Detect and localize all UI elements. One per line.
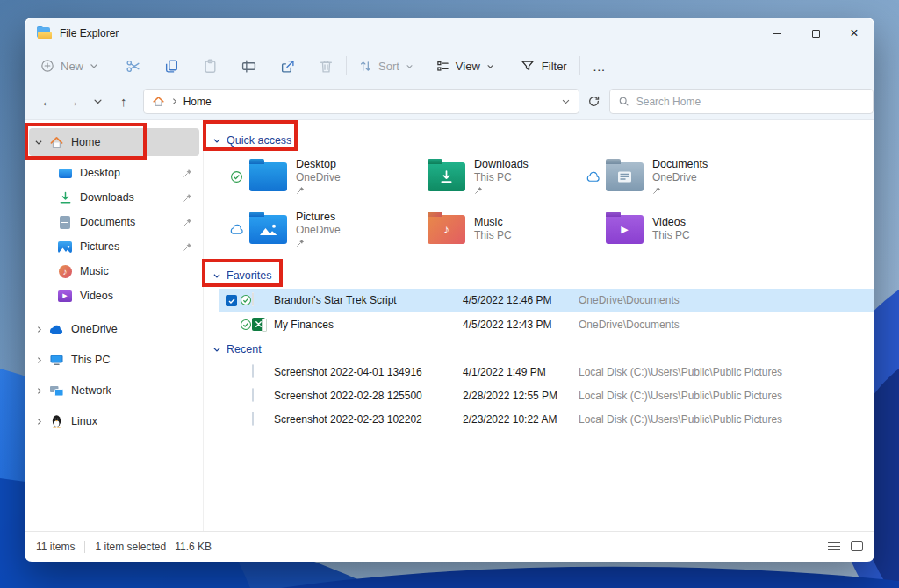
forward-button[interactable]: → xyxy=(66,94,80,109)
plus-circle-icon xyxy=(40,59,54,73)
breadcrumb-bar[interactable]: Home xyxy=(143,89,579,114)
file-explorer-icon xyxy=(37,27,52,39)
chevron-right-icon[interactable] xyxy=(29,418,48,426)
chevron-down-icon xyxy=(93,97,103,106)
excel-file-icon xyxy=(252,318,265,331)
quick-access-grid: Desktop OneDrive Downloads This PC Doc xyxy=(227,152,761,254)
file-row[interactable]: My Finances 4/5/2022 12:43 PM OneDrive\D… xyxy=(219,313,874,337)
chevron-down-icon xyxy=(486,62,494,70)
up-button[interactable]: ↑ xyxy=(117,94,131,109)
toolbar-divider xyxy=(579,56,580,75)
sort-button[interactable]: Sort xyxy=(359,60,414,73)
sidebar-item-label: Home xyxy=(71,136,100,148)
favorites-header[interactable]: Favorites xyxy=(212,268,271,283)
image-file-icon xyxy=(252,412,254,425)
pin-icon xyxy=(183,218,192,227)
checkbox-checked-icon[interactable] xyxy=(226,295,237,306)
scissors-icon xyxy=(126,59,140,74)
folder-icon: ♪ xyxy=(428,215,465,244)
chevron-right-icon[interactable] xyxy=(29,326,48,333)
recent-header[interactable]: Recent xyxy=(212,341,262,356)
large-icons-view-button[interactable] xyxy=(851,541,863,551)
rename-button[interactable] xyxy=(241,59,256,74)
music-icon: ♪ xyxy=(57,264,73,279)
details-view-button[interactable] xyxy=(828,542,840,551)
sidebar-item-downloads[interactable]: Downloads xyxy=(29,185,199,210)
view-button[interactable]: View xyxy=(436,60,494,73)
sidebar-item-documents[interactable]: Documents xyxy=(29,210,199,234)
ellipsis-icon: … xyxy=(593,59,607,74)
command-toolbar: New Sort View Filter … xyxy=(25,48,874,83)
chevron-down-icon xyxy=(212,271,221,280)
clipboard-icon xyxy=(203,59,218,74)
file-row[interactable]: Screenshot 2022-02-28 125500 2/28/2022 1… xyxy=(219,384,874,408)
linux-penguin-icon xyxy=(48,414,64,429)
navigation-pane: Home Desktop Downloads Documents Picture… xyxy=(25,120,203,531)
filter-label: Filter xyxy=(542,60,567,73)
search-box[interactable] xyxy=(609,89,874,114)
desktop-icon xyxy=(57,166,73,181)
pin-icon xyxy=(474,186,529,195)
maximize-button[interactable] xyxy=(796,18,835,48)
sidebar-item-onedrive[interactable]: OneDrive xyxy=(29,315,199,343)
new-button[interactable]: New xyxy=(40,59,98,73)
search-input[interactable] xyxy=(636,96,856,108)
paste-button[interactable] xyxy=(203,59,218,74)
sidebar-item-home[interactable]: Home xyxy=(29,128,199,156)
filter-funnel-icon xyxy=(521,59,535,73)
pin-icon xyxy=(183,242,192,252)
minimize-icon xyxy=(773,33,781,34)
copy-button[interactable] xyxy=(164,59,179,74)
sidebar-item-this-pc[interactable]: This PC xyxy=(29,346,199,374)
tile-desktop[interactable]: Desktop OneDrive xyxy=(227,152,405,201)
sidebar-item-desktop[interactable]: Desktop xyxy=(29,161,199,185)
back-button[interactable]: ← xyxy=(40,94,54,109)
file-row-selected[interactable]: Brandon's Star Trek Script 4/5/2022 12:4… xyxy=(219,289,874,312)
folder-icon xyxy=(249,162,287,191)
sidebar-item-pictures[interactable]: Pictures xyxy=(29,234,199,259)
forward-arrow-icon: → xyxy=(66,94,79,109)
selection-count: 1 item selected xyxy=(95,541,166,553)
file-explorer-window: File Explorer × New Sort xyxy=(25,18,874,562)
address-dropdown-button[interactable] xyxy=(561,97,571,106)
tile-music[interactable]: ♪ Music This PC xyxy=(405,204,583,254)
chevron-right-icon[interactable] xyxy=(29,356,48,364)
copy-icon xyxy=(164,59,179,74)
tile-pictures[interactable]: Pictures OneDrive xyxy=(227,204,405,254)
breadcrumb-location[interactable]: Home xyxy=(183,96,212,108)
share-button[interactable] xyxy=(280,59,295,74)
file-list-pane: Quick access Desktop OneDrive Downloads … xyxy=(203,120,874,531)
tile-downloads[interactable]: Downloads This PC xyxy=(405,152,583,201)
chevron-right-icon[interactable] xyxy=(29,387,48,395)
selection-size: 11.6 KB xyxy=(175,541,212,553)
sidebar-item-music[interactable]: ♪ Music xyxy=(29,259,199,283)
sidebar-item-videos[interactable]: ▶ Videos xyxy=(29,283,199,308)
videos-icon: ▶ xyxy=(57,289,73,304)
refresh-icon xyxy=(587,95,601,108)
cut-button[interactable] xyxy=(126,59,140,74)
more-options-button[interactable]: … xyxy=(593,59,607,74)
close-button[interactable]: × xyxy=(835,18,874,48)
pin-icon xyxy=(296,239,341,247)
recent-locations-button[interactable] xyxy=(91,97,105,106)
minimize-button[interactable] xyxy=(758,18,796,48)
tile-videos[interactable]: ▶ Videos This PC xyxy=(583,204,761,254)
tile-documents[interactable]: Documents OneDrive xyxy=(583,152,761,201)
quick-access-header[interactable]: Quick access xyxy=(212,133,291,147)
sort-label: Sort xyxy=(378,60,399,73)
chevron-down-icon[interactable] xyxy=(29,138,48,147)
chevron-down-icon xyxy=(561,97,571,106)
sidebar-item-network[interactable]: Network xyxy=(29,376,199,405)
file-row[interactable]: Screenshot 2022-04-01 134916 4/1/2022 1:… xyxy=(219,361,874,384)
chevron-down-icon xyxy=(406,62,414,70)
folder-icon: ▶ xyxy=(606,215,644,244)
downloads-icon xyxy=(57,190,73,205)
filter-button[interactable]: Filter xyxy=(521,59,567,73)
network-icon xyxy=(48,384,64,398)
rename-icon xyxy=(241,59,256,74)
file-row[interactable]: Screenshot 2022-02-23 102202 2/23/2022 1… xyxy=(219,408,874,432)
delete-button[interactable] xyxy=(319,59,334,74)
sidebar-item-linux[interactable]: Linux xyxy=(29,407,199,435)
trash-icon xyxy=(319,59,334,74)
refresh-button[interactable] xyxy=(587,95,601,108)
